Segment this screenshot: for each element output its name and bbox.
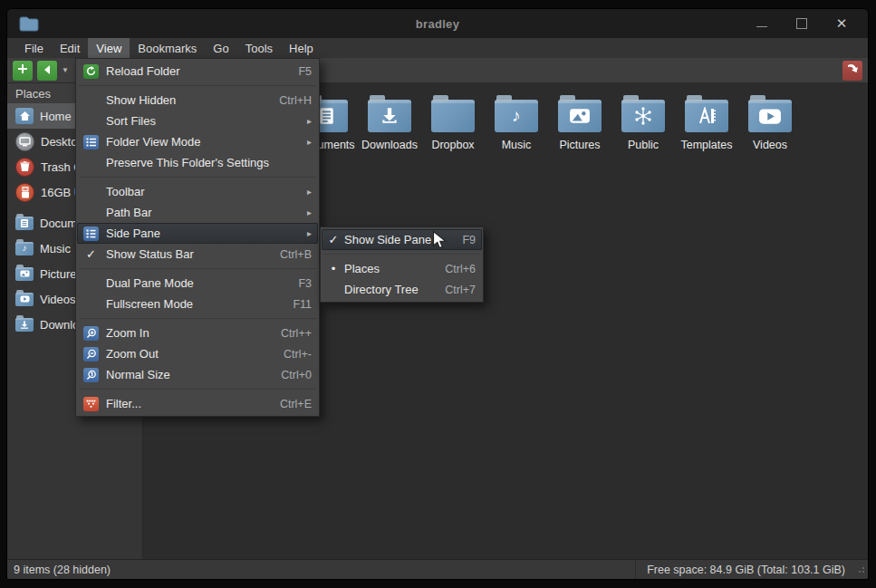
menu-item-zoom-in[interactable]: Zoom In Ctrl++ bbox=[77, 323, 318, 343]
menu-item-filter[interactable]: Filter... Ctrl+E bbox=[77, 393, 318, 414]
menu-item-normal-size[interactable]: Normal Size Ctrl+0 bbox=[77, 364, 318, 385]
menu-go[interactable]: Go bbox=[205, 38, 236, 58]
file-videos[interactable]: Videos bbox=[738, 92, 802, 151]
checkmark-icon: ✓ bbox=[327, 233, 340, 246]
file-pictures[interactable]: Pictures bbox=[548, 92, 611, 151]
minimize-button[interactable] bbox=[756, 17, 768, 30]
menu-help[interactable]: Help bbox=[281, 38, 322, 58]
reload-icon bbox=[82, 63, 100, 79]
window-title: bradley bbox=[7, 17, 868, 31]
downloads-folder-icon bbox=[368, 100, 411, 132]
close-button[interactable]: ✕ bbox=[835, 17, 848, 30]
menu-item-dual-pane-mode[interactable]: Dual Pane Mode F3 bbox=[77, 273, 318, 294]
menu-separator bbox=[79, 318, 316, 319]
menu-item-sort-files[interactable]: Sort Files ▸ bbox=[77, 111, 318, 131]
titlebar[interactable]: bradley ✕ bbox=[7, 9, 868, 38]
resize-grip[interactable] bbox=[858, 566, 865, 574]
downloads-folder-icon bbox=[15, 318, 34, 332]
file-music[interactable]: ♪ Music bbox=[485, 92, 548, 151]
menu-item-side-pane[interactable]: Side Pane ▸ bbox=[77, 223, 318, 244]
menu-separator bbox=[79, 389, 316, 390]
zoom-in-icon bbox=[82, 325, 100, 341]
side-pane-icon bbox=[82, 226, 100, 241]
home-icon bbox=[15, 108, 34, 124]
history-dropdown-icon[interactable]: ▼ bbox=[62, 66, 69, 74]
videos-folder-icon bbox=[15, 293, 34, 306]
view-menu-popup: Reload Folder F5 Show Hidden Ctrl+H Sort… bbox=[75, 58, 320, 417]
menubar: File Edit View Bookmarks Go Tools Help bbox=[7, 38, 868, 58]
menu-item-toolbar[interactable]: Toolbar ▸ bbox=[77, 181, 318, 202]
menu-tools[interactable]: Tools bbox=[237, 38, 281, 58]
statusbar: 9 items (28 hidden) Free space: 84.9 GiB… bbox=[7, 559, 868, 579]
menu-item-show-status-bar[interactable]: ✓ Show Status Bar Ctrl+B bbox=[77, 244, 318, 265]
dropbox-folder-icon bbox=[431, 100, 475, 132]
menu-separator bbox=[79, 85, 316, 86]
free-space-status: Free space: 84.9 GiB (Total: 103.1 GiB) bbox=[635, 560, 858, 579]
submenu-arrow-icon: ▸ bbox=[307, 137, 312, 147]
treble-clef-icon: ♪ bbox=[512, 107, 521, 124]
submenu-arrow-icon: ▸ bbox=[307, 228, 312, 238]
music-folder-icon: ♪ bbox=[15, 242, 34, 255]
templates-folder-icon bbox=[685, 100, 728, 132]
side-pane-submenu: ✓ Show Side Pane F9 • Places Ctrl+6 Dire… bbox=[320, 227, 484, 303]
desktop-icon bbox=[15, 132, 34, 151]
music-folder-icon: ♪ bbox=[495, 100, 538, 132]
list-view-icon bbox=[82, 134, 100, 149]
submenu-item-directory-tree[interactable]: Directory Tree Ctrl+7 bbox=[322, 279, 482, 300]
menu-item-reload-folder[interactable]: Reload Folder F5 bbox=[77, 61, 318, 82]
normal-size-icon bbox=[82, 367, 100, 382]
mouse-cursor bbox=[432, 230, 448, 255]
pictures-folder-icon bbox=[558, 100, 602, 132]
file-templates[interactable]: Templates bbox=[675, 92, 738, 151]
videos-folder-icon bbox=[748, 100, 792, 132]
menu-item-path-bar[interactable]: Path Bar ▸ bbox=[77, 202, 318, 223]
item-count-status: 9 items (28 hidden) bbox=[7, 564, 111, 576]
public-folder-icon bbox=[621, 100, 665, 132]
file-downloads[interactable]: Downloads bbox=[358, 92, 421, 151]
checkmark-icon: ✓ bbox=[82, 247, 100, 261]
submenu-arrow-icon: ▸ bbox=[307, 116, 312, 126]
jump-to-path-button[interactable] bbox=[842, 61, 862, 81]
trash-icon bbox=[15, 158, 34, 177]
menu-separator bbox=[323, 254, 480, 255]
radio-dot-icon: • bbox=[327, 262, 340, 275]
file-public[interactable]: Public bbox=[611, 92, 675, 151]
pictures-folder-icon bbox=[15, 267, 34, 281]
menu-separator bbox=[79, 268, 316, 269]
usb-drive-icon bbox=[15, 183, 34, 202]
menu-view[interactable]: View bbox=[88, 38, 130, 58]
menu-item-show-hidden[interactable]: Show Hidden Ctrl+H bbox=[77, 90, 318, 111]
submenu-item-show-side-pane[interactable]: ✓ Show Side Pane F9 bbox=[322, 229, 482, 250]
menu-item-zoom-out[interactable]: Zoom Out Ctrl+- bbox=[77, 343, 318, 364]
menu-bookmarks[interactable]: Bookmarks bbox=[130, 38, 205, 58]
music-note-icon: ♪ bbox=[23, 244, 27, 253]
maximize-button[interactable] bbox=[795, 17, 808, 30]
zoom-out-icon bbox=[82, 346, 100, 361]
menu-file[interactable]: File bbox=[16, 38, 52, 58]
file-icon-grid: Documents Downloads Dropbox ♪ Music Pict… bbox=[294, 92, 868, 151]
submenu-arrow-icon: ▸ bbox=[307, 187, 312, 197]
menu-edit[interactable]: Edit bbox=[52, 38, 88, 58]
chevron-left-icon bbox=[42, 63, 53, 79]
submenu-item-places[interactable]: • Places Ctrl+6 bbox=[322, 258, 482, 279]
menu-item-fullscreen-mode[interactable]: Fullscreen Mode F11 bbox=[77, 294, 318, 314]
curved-arrow-icon bbox=[846, 63, 860, 79]
plus-icon bbox=[16, 63, 29, 79]
menu-separator bbox=[79, 177, 316, 178]
filter-icon bbox=[82, 396, 100, 411]
menu-item-folder-view-mode[interactable]: Folder View Mode ▸ bbox=[77, 131, 318, 152]
back-button[interactable] bbox=[37, 61, 57, 81]
documents-folder-icon bbox=[15, 217, 34, 230]
file-dropbox[interactable]: Dropbox bbox=[421, 92, 485, 151]
submenu-arrow-icon: ▸ bbox=[307, 207, 312, 217]
menu-item-preserve-settings[interactable]: Preserve This Folder's Settings bbox=[77, 152, 318, 173]
new-tab-button[interactable] bbox=[13, 61, 33, 81]
